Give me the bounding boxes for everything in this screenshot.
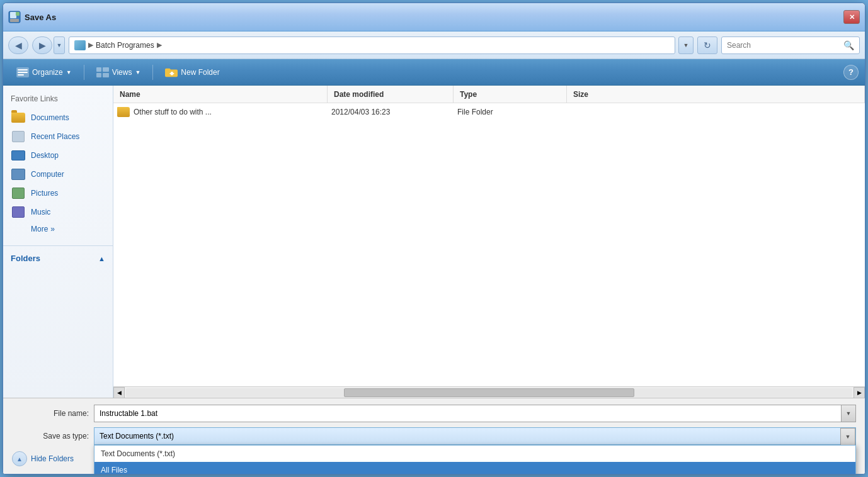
file-area: Name Date modified Type Size Other stuff <box>113 86 865 398</box>
table-row[interactable]: Other stuff to do with ... 2012/04/03 16… <box>113 103 865 121</box>
more-label: More <box>31 225 48 233</box>
more-chevron: » <box>50 225 55 233</box>
scroll-thumb[interactable] <box>344 388 634 397</box>
sidebar-item-documents[interactable]: Documents <box>3 108 113 127</box>
nav-dropdown-button[interactable]: ▼ <box>54 36 65 54</box>
views-icon <box>96 67 109 78</box>
sidebar-label-computer: Computer <box>31 170 64 179</box>
bottom-section: File name: ▼ Save as type: Text Document… <box>3 398 865 474</box>
file-cell-name: Other stuff to do with ... <box>117 107 331 117</box>
folders-chevron: ▲ <box>98 255 105 262</box>
file-name-input[interactable] <box>94 405 856 422</box>
file-name-dropdown-button[interactable]: ▼ <box>841 405 856 422</box>
refresh-button[interactable]: ↻ <box>697 36 717 54</box>
dropdown-option-txt[interactable]: Text Documents (*.txt) <box>94 446 855 462</box>
col-header-date[interactable]: Date modified <box>328 86 454 103</box>
horizontal-scrollbar[interactable]: ◀ ▶ <box>113 386 865 398</box>
svg-rect-7 <box>18 74 24 76</box>
sidebar-item-music[interactable]: Music <box>3 203 113 222</box>
help-button[interactable]: ? <box>843 65 859 80</box>
sidebar-section-title: Favorite Links <box>3 92 113 108</box>
file-list[interactable]: Other stuff to do with ... 2012/04/03 16… <box>113 103 865 386</box>
col-header-type[interactable]: Type <box>454 86 567 103</box>
col-header-name[interactable]: Name <box>113 86 328 103</box>
toolbar-sep-2 <box>152 65 153 80</box>
new-folder-icon <box>165 67 178 78</box>
music-icon <box>12 206 25 218</box>
path-separator-2: ▶ <box>157 41 162 49</box>
scroll-right-button[interactable]: ▶ <box>854 387 865 398</box>
window-controls: ✕ <box>843 10 860 24</box>
organize-button[interactable]: Organize ▼ <box>9 63 79 82</box>
save-as-type-label: Save as type: <box>12 432 94 441</box>
save-type-dropdown-button[interactable]: ▼ <box>840 428 855 446</box>
col-header-size[interactable]: Size <box>567 86 865 103</box>
title-bar: Save As ✕ <box>3 3 865 31</box>
main-area: Favorite Links Documents Recent Places D… <box>3 86 865 398</box>
address-dropdown-button[interactable]: ▼ <box>678 36 694 54</box>
svg-rect-10 <box>96 73 101 77</box>
svg-rect-5 <box>18 69 28 70</box>
file-name-label: File name: <box>12 409 94 418</box>
folders-section: Folders ▲ <box>3 245 113 266</box>
sidebar-label-documents: Documents <box>31 113 69 122</box>
sidebar-label-pictures: Pictures <box>31 189 58 198</box>
path-folder-name: Batch Programes <box>96 41 154 50</box>
svg-rect-11 <box>103 73 109 77</box>
address-path[interactable]: ▶ Batch Programes ▶ <box>69 36 675 54</box>
documents-icon <box>11 113 25 123</box>
address-bar: ◀ ▶ ▼ ▶ Batch Programes ▶ ▼ ↻ 🔍 <box>3 31 865 59</box>
save-as-type-row: Save as type: Text Documents (*.txt) ▼ T… <box>12 427 856 445</box>
sidebar-item-recent-places[interactable]: Recent Places <box>3 127 113 146</box>
sidebar-more-button[interactable]: More » <box>3 222 113 237</box>
folders-toggle[interactable]: Folders ▲ <box>3 251 113 266</box>
svg-rect-9 <box>103 67 109 72</box>
sidebar-label-music: Music <box>31 208 50 216</box>
dropdown-option-all[interactable]: All Files <box>94 462 855 474</box>
file-folder-icon <box>117 107 130 117</box>
file-cell-type: File Folder <box>457 108 571 116</box>
sidebar: Favorite Links Documents Recent Places D… <box>3 86 113 398</box>
views-label: Views <box>112 68 132 77</box>
pictures-icon <box>12 188 25 199</box>
views-button[interactable]: Views ▼ <box>89 63 148 82</box>
save-type-field[interactable]: Text Documents (*.txt) ▼ <box>94 427 856 445</box>
svg-rect-6 <box>18 72 28 73</box>
close-button[interactable]: ✕ <box>843 10 860 24</box>
file-name-input-container: ▼ <box>94 405 856 422</box>
save-type-value: Text Documents (*.txt) <box>100 432 174 441</box>
back-button[interactable]: ◀ <box>8 36 28 54</box>
path-separator-1: ▶ <box>88 41 93 49</box>
svg-rect-13 <box>170 72 174 74</box>
svg-rect-2 <box>16 12 20 16</box>
file-name-row: File name: ▼ <box>12 405 856 422</box>
save-type-dropdown: Text Documents (*.txt) All Files <box>94 445 856 474</box>
organize-icon <box>16 67 29 78</box>
save-type-container: Text Documents (*.txt) ▼ Text Documents … <box>94 427 856 445</box>
hide-folders-label: Hide Folders <box>31 454 74 463</box>
scroll-left-button[interactable]: ◀ <box>113 387 125 398</box>
scroll-track[interactable] <box>126 388 852 397</box>
organize-label: Organize <box>32 68 63 77</box>
sidebar-label-desktop: Desktop <box>31 151 59 160</box>
hide-folders-icon: ▲ <box>12 451 27 466</box>
svg-rect-3 <box>10 19 19 22</box>
computer-icon <box>11 169 25 180</box>
sidebar-item-desktop[interactable]: Desktop <box>3 146 113 165</box>
file-cell-date: 2012/04/03 16:23 <box>331 108 457 116</box>
search-box: 🔍 <box>721 36 860 54</box>
new-folder-button[interactable]: New Folder <box>158 63 226 82</box>
desktop-icon <box>11 150 25 160</box>
hide-folders-button[interactable]: ▲ Hide Folders <box>12 451 74 466</box>
dialog-icon <box>8 11 21 23</box>
sidebar-item-computer[interactable]: Computer <box>3 165 113 184</box>
toolbar-sep-1 <box>84 65 84 80</box>
forward-button[interactable]: ▶ <box>32 36 52 54</box>
sidebar-item-pictures[interactable]: Pictures <box>3 184 113 203</box>
svg-rect-8 <box>96 67 101 72</box>
save-as-dialog: Save As ✕ ◀ ▶ ▼ ▶ Batch Programes ▶ ▼ ↻ … <box>3 3 865 474</box>
column-headers: Name Date modified Type Size <box>113 86 865 103</box>
views-dropdown-icon: ▼ <box>135 69 140 76</box>
search-input[interactable] <box>727 41 843 50</box>
search-icon[interactable]: 🔍 <box>843 40 854 50</box>
